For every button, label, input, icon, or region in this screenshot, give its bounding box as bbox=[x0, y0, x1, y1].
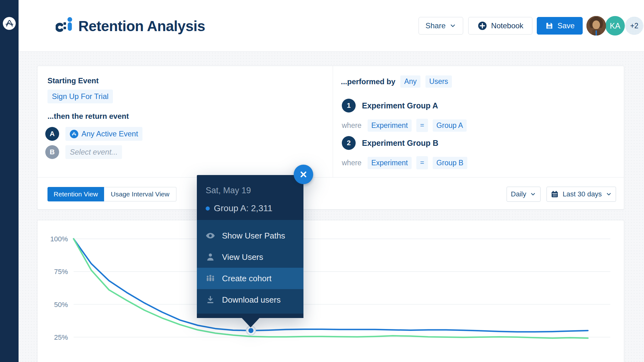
share-button[interactable]: Share bbox=[419, 17, 463, 35]
segment-1-number: 1 bbox=[342, 99, 356, 112]
starting-event-heading: Starting Event bbox=[47, 76, 99, 85]
tooltip-caret bbox=[242, 318, 259, 327]
retention-chart[interactable]: 100%75%50%25% bbox=[37, 220, 625, 362]
segment-2-where-row: where Experiment = Group B bbox=[342, 156, 467, 169]
menu-item-view-users[interactable]: View Users bbox=[197, 246, 303, 268]
svg-text:50%: 50% bbox=[54, 301, 68, 309]
segment-1-value-chip[interactable]: Group A bbox=[433, 119, 467, 132]
menu-item-create-cohort[interactable]: Create cohort bbox=[197, 268, 303, 289]
series-dot-icon bbox=[206, 206, 210, 211]
segment-1-operator-chip[interactable]: = bbox=[416, 119, 428, 132]
svg-text:75%: 75% bbox=[54, 268, 68, 276]
menu-item-label: Download users bbox=[222, 295, 280, 305]
chart-card: 100%75%50%25% bbox=[37, 220, 624, 362]
menu-item-label: Show User Paths bbox=[222, 231, 285, 241]
query-builder-card: Starting Event Sign Up For Trial ...then… bbox=[37, 66, 624, 210]
date-range-value: Last 30 days bbox=[563, 190, 602, 198]
download-icon bbox=[206, 295, 215, 304]
chart-tooltip: Sat, May 19 Group A: 2,311 Show User Pat… bbox=[197, 175, 303, 327]
save-icon bbox=[545, 21, 554, 30]
cohort-icon bbox=[206, 274, 215, 283]
chart-brand-icon bbox=[56, 17, 73, 35]
return-event-row-b: B Select event... bbox=[45, 145, 122, 159]
avatar-overflow[interactable]: +2 bbox=[625, 17, 643, 35]
amplitude-wave-glyph bbox=[5, 19, 14, 28]
segment-row-1: 1 Experiment Group A bbox=[342, 99, 438, 112]
amplitude-logo-icon[interactable] bbox=[3, 17, 16, 30]
svg-text:25%: 25% bbox=[54, 333, 68, 341]
menu-item-label: View Users bbox=[222, 252, 263, 262]
avatar-photo[interactable] bbox=[586, 16, 606, 36]
performed-by-row: ...performed by Any Users bbox=[341, 75, 452, 88]
tooltip-menu: Show User Paths View Users Create cohort bbox=[197, 220, 303, 314]
segment-2-property-chip[interactable]: Experiment bbox=[368, 157, 412, 169]
tooltip-value-row: Group A: 2,311 bbox=[206, 203, 272, 213]
close-icon[interactable] bbox=[294, 165, 313, 184]
notebook-button[interactable]: Notebook bbox=[468, 17, 532, 35]
tab-retention-view[interactable]: Retention View bbox=[47, 187, 104, 201]
segment-1-property-chip[interactable]: Experiment bbox=[368, 119, 412, 132]
header: Retention Analysis Share Notebook Save bbox=[19, 0, 644, 52]
save-label: Save bbox=[558, 21, 575, 30]
amplitude-event-icon bbox=[70, 130, 78, 138]
event-chip-label: Any Active Event bbox=[81, 129, 138, 138]
segment-1-name[interactable]: Experiment Group A bbox=[362, 101, 438, 110]
return-event-heading: ...then the return event bbox=[47, 112, 129, 121]
menu-item-label: Create cohort bbox=[222, 274, 272, 283]
share-label: Share bbox=[425, 21, 446, 30]
avatar-initials[interactable]: KA bbox=[605, 16, 625, 36]
user-icon bbox=[206, 252, 215, 262]
segment-row-2: 2 Experiment Group B bbox=[342, 136, 438, 150]
segment-2-value-chip[interactable]: Group B bbox=[433, 157, 467, 169]
chevron-down-icon bbox=[449, 22, 456, 29]
avatar-photo-image bbox=[586, 16, 606, 36]
menu-item-download-users[interactable]: Download users bbox=[197, 289, 303, 310]
horizontal-divider bbox=[37, 177, 624, 178]
chevron-down-icon bbox=[606, 191, 612, 197]
calendar-icon bbox=[551, 190, 559, 198]
interval-dropdown[interactable]: Daily bbox=[507, 187, 541, 202]
event-chip-any-active[interactable]: Any Active Event bbox=[65, 127, 142, 141]
sidebar bbox=[0, 0, 19, 362]
segment-2-number: 2 bbox=[342, 136, 356, 150]
select-event-chip[interactable]: Select event... bbox=[65, 145, 122, 159]
starting-event-chip[interactable]: Sign Up For Trial bbox=[47, 90, 113, 103]
selected-data-point bbox=[248, 328, 253, 333]
vertical-divider bbox=[333, 66, 333, 177]
where-label: where bbox=[342, 121, 362, 130]
event-badge-a: A bbox=[45, 127, 59, 141]
event-badge-b: B bbox=[45, 145, 59, 159]
return-event-row-a: A Any Active Event bbox=[45, 127, 142, 141]
tab-usage-interval-view[interactable]: Usage Interval View bbox=[104, 187, 176, 201]
plus-circle-icon bbox=[477, 21, 487, 31]
chevron-down-icon bbox=[530, 191, 536, 197]
save-button[interactable]: Save bbox=[537, 17, 583, 35]
segment-2-operator-chip[interactable]: = bbox=[416, 156, 428, 169]
where-label: where bbox=[342, 159, 362, 167]
segment-1-where-row: where Experiment = Group A bbox=[342, 119, 467, 132]
tooltip-header: Sat, May 19 Group A: 2,311 bbox=[197, 175, 303, 220]
segment-2-name[interactable]: Experiment Group B bbox=[362, 139, 438, 148]
performed-by-users-chip[interactable]: Users bbox=[425, 75, 452, 88]
eye-icon bbox=[206, 231, 215, 240]
notebook-label: Notebook bbox=[491, 21, 524, 30]
page-title: Retention Analysis bbox=[78, 18, 205, 35]
menu-item-show-user-paths[interactable]: Show User Paths bbox=[197, 225, 303, 246]
performed-by-any-chip[interactable]: Any bbox=[400, 75, 420, 88]
tooltip-date: Sat, May 19 bbox=[206, 186, 251, 195]
brand: Retention Analysis bbox=[56, 16, 205, 36]
tooltip-footer bbox=[197, 314, 303, 318]
view-toggle: Retention View Usage Interval View bbox=[47, 187, 176, 201]
date-range-dropdown[interactable]: Last 30 days bbox=[547, 187, 616, 202]
performed-by-label: ...performed by bbox=[341, 77, 395, 86]
svg-text:100%: 100% bbox=[50, 235, 68, 243]
interval-dropdown-value: Daily bbox=[511, 190, 526, 198]
tooltip-series-value: Group A: 2,311 bbox=[214, 203, 272, 213]
